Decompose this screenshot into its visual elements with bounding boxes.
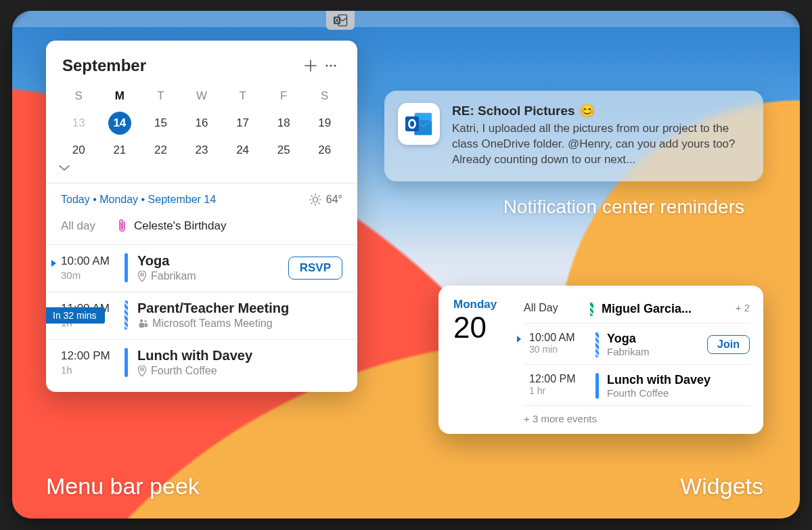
event-time: 12:00 PM xyxy=(61,349,125,363)
event-color-bar xyxy=(590,302,593,316)
calendar-day[interactable]: 21 xyxy=(99,137,141,164)
allday-event-title[interactable]: Celeste's Birthday xyxy=(134,219,226,233)
widget-day-number: 20 xyxy=(453,313,512,343)
calendar-dow: T xyxy=(140,83,181,110)
widget-event-subtitle: Fourth Coffee xyxy=(607,387,750,399)
peek-month-title: September xyxy=(62,56,300,75)
widget-event-duration: 1 hr xyxy=(529,385,587,396)
next-event-countdown: In 32 mins xyxy=(46,307,105,324)
mini-calendar: SMTWTFS 1314151617181920212223242526 xyxy=(46,83,357,183)
caption-notification: Notification center reminders xyxy=(503,196,744,218)
svg-rect-14 xyxy=(405,116,419,131)
widget-event-subtitle: Fabrikam xyxy=(607,346,699,357)
notification-app-icon xyxy=(398,103,440,145)
event-title: Parent/Teacher Meeting xyxy=(137,301,342,316)
location-icon xyxy=(137,271,147,282)
rsvp-button[interactable]: RSVP xyxy=(288,257,342,280)
event-subtitle: Fourth Coffee xyxy=(137,365,342,377)
svg-rect-11 xyxy=(145,324,148,328)
calendar-day[interactable]: 14 xyxy=(99,110,141,137)
event-duration: 1h xyxy=(61,364,125,376)
event-color-bar xyxy=(125,301,128,330)
sun-icon xyxy=(309,193,322,206)
summary-date: Today • Monday • September 14 xyxy=(61,194,216,206)
widget-event-title: Yoga xyxy=(607,332,699,346)
location-icon xyxy=(137,366,147,376)
menu-bar xyxy=(12,11,800,27)
event-subtitle: Fabrikam xyxy=(137,270,288,282)
svg-point-4 xyxy=(330,64,332,66)
widget-day-of-week: Monday xyxy=(453,298,512,311)
svg-point-9 xyxy=(144,320,146,322)
outlook-icon xyxy=(404,110,434,137)
calendar-dow: M xyxy=(99,83,141,110)
calendar-day[interactable]: 18 xyxy=(263,110,304,137)
calendar-day[interactable]: 22 xyxy=(140,137,181,164)
chevron-down-icon xyxy=(58,164,70,172)
agenda-event[interactable]: 10:00 AM30mYogaFabrikamRSVP xyxy=(46,244,357,292)
widget-allday-more[interactable]: + 2 xyxy=(736,302,750,313)
caption-menu-bar-peek: Menu bar peek xyxy=(46,473,200,500)
svg-rect-10 xyxy=(139,323,145,328)
calendar-day[interactable]: 26 xyxy=(304,137,345,164)
calendar-day[interactable]: 20 xyxy=(58,137,99,164)
calendar-widget[interactable]: Monday 20 All DayMiguel Garcia...+ 210:0… xyxy=(438,286,763,434)
event-color-bar xyxy=(125,348,128,377)
event-time: 10:00 AM xyxy=(61,255,125,268)
weather-temp: 64° xyxy=(326,194,342,206)
more-options-button[interactable] xyxy=(321,56,341,76)
widget-allday-row[interactable]: All DayMiguel Garcia...+ 2 xyxy=(524,298,750,323)
calendar-dow: S xyxy=(304,83,345,110)
svg-point-3 xyxy=(325,64,328,66)
smile-emoji-icon: 😊 xyxy=(579,103,595,118)
outlook-icon xyxy=(333,14,348,27)
event-color-bar xyxy=(125,253,128,282)
teams-icon xyxy=(137,319,148,328)
svg-point-12 xyxy=(141,368,143,371)
weather[interactable]: 64° xyxy=(309,193,342,206)
notification-title: RE: School Pictures xyxy=(452,104,575,118)
widget-event-row[interactable]: 10:00 AM30 minYogaFabrikamJoin xyxy=(524,323,750,364)
svg-point-5 xyxy=(334,64,336,66)
event-title: Yoga xyxy=(137,253,288,269)
calendar-peek-panel: September SMTWTFS 1314151617181920212223… xyxy=(46,41,357,392)
allday-label: All day xyxy=(61,219,118,233)
current-time-indicator-icon xyxy=(517,336,521,343)
calendar-day[interactable]: 19 xyxy=(304,110,345,137)
calendar-day[interactable]: 17 xyxy=(222,110,263,137)
widget-event-title: Miguel Garcia... xyxy=(602,302,727,316)
svg-point-7 xyxy=(141,273,143,276)
calendar-day[interactable]: 23 xyxy=(181,137,223,164)
event-duration: 30m xyxy=(61,269,125,281)
svg-point-8 xyxy=(140,319,143,322)
widget-allday-label: All Day xyxy=(524,302,582,314)
event-title: Lunch with Davey xyxy=(137,348,342,363)
caption-widgets: Widgets xyxy=(680,473,763,500)
expand-calendar-button[interactable] xyxy=(58,164,345,179)
notification-body: Katri, I uploaded all the pictures from … xyxy=(452,121,748,168)
calendar-day[interactable]: 24 xyxy=(222,137,263,164)
calendar-dow: W xyxy=(181,83,223,110)
add-event-button[interactable] xyxy=(300,56,321,76)
widget-event-time: 12:00 PM xyxy=(529,373,587,385)
widget-more-events[interactable]: + 3 more events xyxy=(524,405,750,424)
calendar-day[interactable]: 13 xyxy=(58,110,99,137)
agenda-event[interactable]: 12:00 PM1hLunch with DaveyFourth Coffee xyxy=(46,339,357,392)
event-color-bar xyxy=(595,373,599,399)
calendar-day[interactable]: 16 xyxy=(181,110,223,137)
desktop-canvas: Menu bar peek Widgets Notification cente… xyxy=(12,11,800,518)
widget-event-time: 10:00 AM xyxy=(529,332,587,344)
event-color-bar xyxy=(595,332,599,357)
svg-rect-1 xyxy=(334,17,340,24)
notification-card[interactable]: RE: School Pictures 😊 Katri, I uploaded … xyxy=(384,91,763,181)
attachment-icon xyxy=(118,219,127,234)
ellipsis-icon xyxy=(324,59,338,72)
calendar-day[interactable]: 15 xyxy=(140,110,181,137)
widget-event-title: Lunch with Davey xyxy=(607,373,750,387)
calendar-dow: S xyxy=(58,83,99,110)
widget-event-row[interactable]: 12:00 PM1 hrLunch with DaveyFourth Coffe… xyxy=(524,364,750,405)
join-button[interactable]: Join xyxy=(707,335,750,354)
menubar-outlook-app[interactable] xyxy=(326,11,355,30)
calendar-dow: T xyxy=(222,83,263,110)
calendar-day[interactable]: 25 xyxy=(263,137,304,164)
